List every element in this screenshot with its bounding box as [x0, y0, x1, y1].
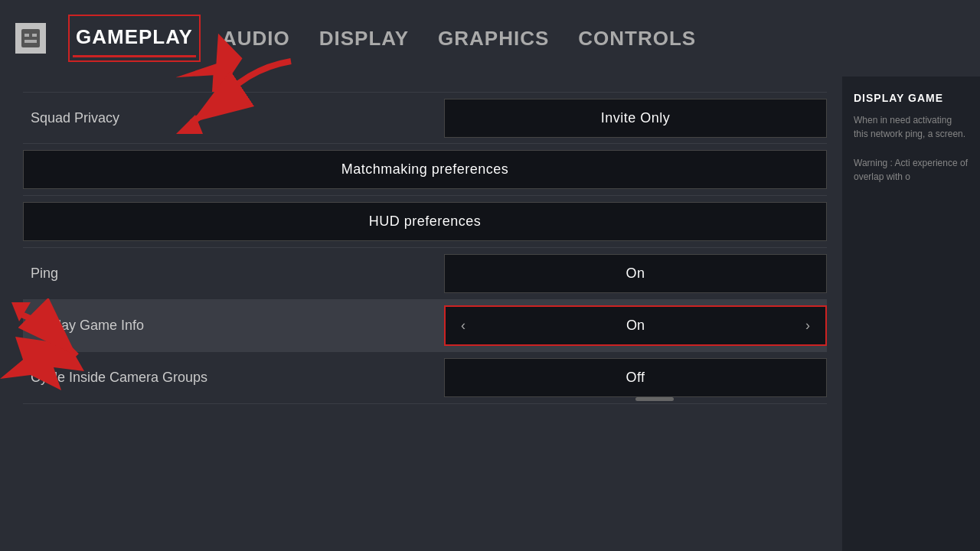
setting-value-squad-privacy: Invite Only: [444, 99, 827, 138]
setting-label-display-game-info: Display Game Info: [23, 318, 429, 334]
display-game-info-value: On: [466, 318, 805, 334]
display-game-info-control[interactable]: ‹ On ›: [444, 305, 827, 346]
setting-row-display-game-info: Display Game Info ‹ On ›: [23, 300, 827, 352]
matchmaking-button[interactable]: Matchmaking preferences: [23, 150, 827, 189]
squad-privacy-button[interactable]: Invite Only: [444, 99, 827, 138]
scroll-indicator: [635, 397, 674, 401]
tab-display[interactable]: DISPLAY: [316, 21, 412, 57]
settings-panel: Squad Privacy Invite Only Matchmaking pr…: [0, 77, 842, 551]
cycle-camera-button[interactable]: Off: [444, 358, 827, 397]
setting-row-squad-privacy: Squad Privacy Invite Only: [23, 92, 827, 144]
arrow-display-game-info-indicator: [0, 337, 84, 383]
side-panel-warning: Warning : Acti experience of overlap wit…: [854, 156, 969, 184]
setting-row-hud: HUD preferences: [23, 196, 827, 248]
side-panel: DISPLAY GAME When in need activating thi…: [842, 77, 980, 551]
hud-button[interactable]: HUD preferences: [23, 202, 827, 241]
setting-value-ping: On: [444, 254, 827, 293]
nav-bar: GAMEPLAY AUDIO DISPLAY GRAPHICS CONTROLS: [0, 0, 980, 77]
ping-button[interactable]: On: [444, 254, 827, 293]
setting-label-squad-privacy: Squad Privacy: [23, 110, 429, 126]
svg-marker-5: [0, 337, 84, 390]
setting-value-display-game-info: ‹ On ›: [444, 305, 827, 346]
setting-row-ping: Ping On: [23, 248, 827, 300]
display-game-info-right-arrow[interactable]: ›: [805, 318, 810, 334]
svg-rect-3: [24, 40, 37, 43]
main-content: Squad Privacy Invite Only Matchmaking pr…: [0, 77, 980, 551]
setting-value-cycle-camera: Off: [444, 358, 827, 397]
arrow-gameplay-indicator: [168, 31, 260, 95]
setting-row-matchmaking: Matchmaking preferences: [23, 144, 827, 196]
svg-rect-0: [21, 29, 40, 47]
svg-rect-2: [32, 34, 37, 37]
svg-marker-4: [168, 31, 255, 92]
svg-rect-1: [24, 34, 29, 37]
app-logo: [15, 23, 46, 54]
tab-graphics[interactable]: GRAPHICS: [435, 21, 552, 57]
setting-value-hud: HUD preferences: [23, 202, 827, 241]
setting-row-cycle-camera: Cycle Inside Camera Groups Off: [23, 352, 827, 404]
setting-label-ping: Ping: [23, 266, 429, 282]
setting-value-matchmaking: Matchmaking preferences: [23, 150, 827, 189]
side-panel-title: DISPLAY GAME: [854, 92, 969, 104]
side-panel-description: When in need activating this network pin…: [854, 113, 969, 141]
tab-controls[interactable]: CONTROLS: [575, 21, 699, 57]
